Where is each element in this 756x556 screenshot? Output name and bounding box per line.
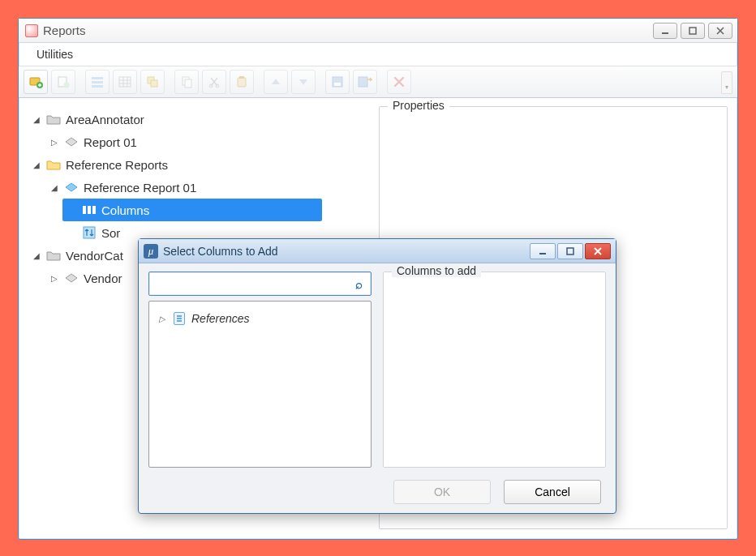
menu-utilities[interactable]: Utilities xyxy=(30,45,79,64)
window-controls xyxy=(653,23,732,39)
caret-down-icon[interactable]: ◢ xyxy=(32,160,41,169)
svg-rect-1 xyxy=(689,28,696,34)
svg-point-5 xyxy=(64,83,70,88)
tree-node-report01[interactable]: ▷ Report 01 xyxy=(48,130,371,153)
columns-to-add-title: Columns to add xyxy=(392,264,481,277)
minimize-button[interactable] xyxy=(653,23,677,39)
svg-rect-20 xyxy=(359,77,367,87)
svg-rect-8 xyxy=(92,85,103,88)
grid-view-button[interactable] xyxy=(113,70,137,94)
copy-button[interactable] xyxy=(174,70,199,94)
dialog-close-button[interactable] xyxy=(585,243,611,259)
list-item-references[interactable]: ▷ References xyxy=(154,308,366,329)
search-input-wrap[interactable] xyxy=(148,272,372,296)
report-icon xyxy=(64,135,79,148)
dialog-app-icon: μ xyxy=(144,244,158,259)
caret-down-icon[interactable]: ◢ xyxy=(49,182,59,192)
app-icon xyxy=(25,24,38,37)
ok-button: OK xyxy=(393,480,491,504)
select-columns-dialog: μ Select Columns to Add ▷ xyxy=(138,238,616,514)
svg-rect-24 xyxy=(84,227,95,238)
dialog-titlebar[interactable]: μ Select Columns to Add xyxy=(139,239,616,263)
tree-label: Sor xyxy=(101,226,120,240)
tree-node-reference-report-01[interactable]: ◢ Reference Report 01 xyxy=(48,176,371,199)
toolbar-overflow[interactable] xyxy=(721,71,732,94)
caret-down-icon[interactable]: ◢ xyxy=(32,250,41,260)
tree-label: Report 01 xyxy=(84,135,137,149)
delete-button[interactable] xyxy=(387,70,411,94)
tree-label: Reference Report 01 xyxy=(84,181,196,195)
tree-node-reference-reports[interactable]: ◢ Reference Reports xyxy=(30,153,371,176)
window-title: Reports xyxy=(43,24,86,37)
dialog-footer: OK Cancel xyxy=(139,471,616,513)
columns-to-add-fieldset: Columns to add xyxy=(383,272,606,468)
list-item-label: References xyxy=(191,312,250,325)
folder-open-yellow-icon xyxy=(46,158,61,171)
svg-rect-23 xyxy=(92,206,96,214)
cut-button[interactable] xyxy=(202,70,226,94)
folder-open-icon xyxy=(46,113,61,126)
folder-open-icon xyxy=(46,249,61,262)
svg-rect-22 xyxy=(88,206,91,214)
titlebar[interactable]: Reports xyxy=(19,19,737,43)
svg-rect-25 xyxy=(539,253,546,254)
dialog-minimize-button[interactable] xyxy=(530,243,556,259)
toolbar xyxy=(19,66,737,98)
svg-rect-21 xyxy=(83,206,86,214)
svg-rect-13 xyxy=(185,79,191,88)
properties-title: Properties xyxy=(388,99,449,112)
svg-rect-0 xyxy=(662,32,668,34)
sort-icon xyxy=(82,226,97,239)
caret-right-icon[interactable]: ▷ xyxy=(157,314,167,323)
svg-rect-6 xyxy=(92,77,103,79)
tree-node-columns[interactable]: ▷ Columns xyxy=(62,199,322,221)
caret-right-icon[interactable]: ▷ xyxy=(49,137,59,147)
svg-rect-7 xyxy=(92,81,103,83)
svg-rect-16 xyxy=(238,78,246,87)
report-icon xyxy=(64,272,79,284)
svg-rect-26 xyxy=(567,248,573,254)
tree-label: Vendor xyxy=(84,272,122,285)
tree-label: Columns xyxy=(101,203,149,217)
caret-right-icon[interactable]: ▷ xyxy=(49,273,59,283)
new-item-button[interactable] xyxy=(51,70,75,94)
search-input[interactable] xyxy=(149,272,346,295)
maximize-button[interactable] xyxy=(681,23,705,39)
move-down-button[interactable] xyxy=(291,70,316,94)
caret-down-icon[interactable]: ◢ xyxy=(32,114,41,124)
tree-label: VendorCat xyxy=(66,249,123,263)
search-icon[interactable] xyxy=(346,272,371,295)
save-as-button[interactable] xyxy=(353,70,377,94)
svg-rect-17 xyxy=(239,76,244,79)
list-view-button[interactable] xyxy=(85,70,110,94)
menubar: Utilities xyxy=(19,43,737,66)
move-up-button[interactable] xyxy=(264,70,288,94)
dialog-maximize-button[interactable] xyxy=(557,243,583,259)
tree-label: AreaAnnotator xyxy=(66,113,144,126)
svg-rect-19 xyxy=(334,83,341,86)
available-columns-list[interactable]: ▷ References xyxy=(148,301,372,468)
svg-rect-9 xyxy=(119,77,131,87)
svg-rect-11 xyxy=(151,80,157,87)
paste-button[interactable] xyxy=(230,70,254,94)
relink-button[interactable] xyxy=(140,70,165,94)
report-blue-icon xyxy=(64,181,79,194)
document-icon xyxy=(174,312,185,325)
new-report-button[interactable] xyxy=(24,70,48,94)
tree-node-areaannotator[interactable]: ◢ AreaAnnotator xyxy=(30,108,371,130)
cancel-button[interactable]: Cancel xyxy=(504,480,601,504)
close-button[interactable] xyxy=(708,23,732,39)
columns-icon xyxy=(82,203,97,216)
dialog-title: Select Columns to Add xyxy=(163,245,278,258)
save-button[interactable] xyxy=(325,70,350,94)
tree-label: Reference Reports xyxy=(66,158,168,172)
